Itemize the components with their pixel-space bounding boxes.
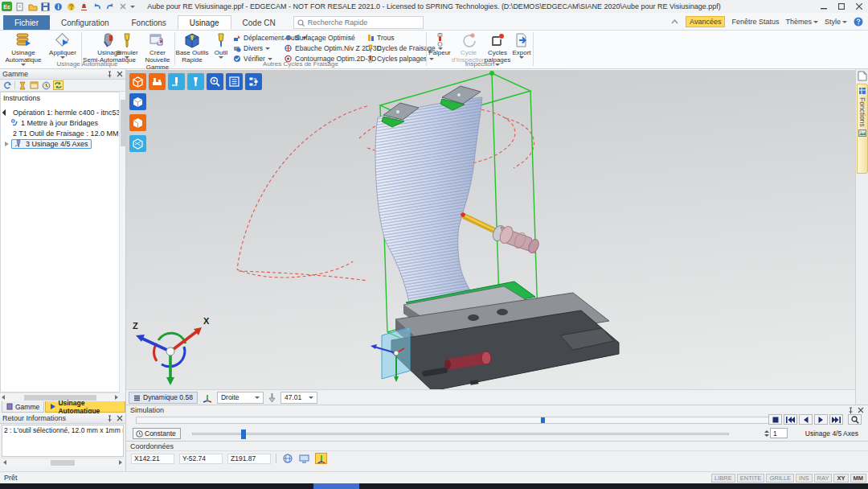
- tree-vertical-scrollbar[interactable]: [119, 92, 125, 392]
- flag-libre[interactable]: LIBRE: [711, 474, 735, 483]
- speed-slider-thumb[interactable]: [241, 429, 246, 439]
- close-panel-icon[interactable]: [117, 71, 123, 77]
- fenetre-status-toggle[interactable]: Fenêtre Status: [731, 18, 779, 26]
- help-icon[interactable]: [66, 2, 76, 11]
- coordinate-x-field[interactable]: X142.21: [131, 454, 174, 464]
- flag-mm[interactable]: MM: [850, 474, 867, 483]
- world-cs-icon[interactable]: [281, 453, 293, 464]
- flag-ray[interactable]: RAY: [814, 474, 833, 483]
- tab-code-cn[interactable]: Code CN: [231, 15, 287, 30]
- palpeur-button[interactable]: Palpeur: [427, 31, 452, 56]
- page-icon[interactable]: [858, 71, 867, 81]
- list-view-icon[interactable]: [226, 73, 243, 90]
- outil-button[interactable]: Outil: [210, 31, 232, 59]
- divers-item[interactable]: Divers: [233, 44, 270, 52]
- pin-icon[interactable]: [106, 415, 113, 422]
- counter-field[interactable]: 1: [770, 428, 788, 438]
- pin-icon[interactable]: [106, 71, 113, 78]
- base-outils-rapide-button[interactable]: Base Outils Rapide: [175, 31, 209, 64]
- quick-search-box[interactable]: [293, 16, 424, 29]
- redo-icon[interactable]: [104, 2, 115, 11]
- info-icon[interactable]: [53, 2, 63, 11]
- trous-item[interactable]: Trous: [366, 34, 394, 42]
- tab-fichier[interactable]: Fichier: [3, 15, 50, 30]
- sync-icon[interactable]: [53, 80, 63, 90]
- flag-entite[interactable]: ENTITE: [737, 474, 765, 483]
- simulation-progress-marker[interactable]: [541, 417, 545, 423]
- hourglass-icon[interactable]: [17, 80, 27, 90]
- surfacage-optimise-item[interactable]: Surfaçage Optimisé: [284, 34, 355, 42]
- search-input[interactable]: [308, 18, 412, 27]
- bottom-tab-usinage-automatique[interactable]: Usinage Automatique: [45, 401, 125, 413]
- shaded-view-icon[interactable]: [129, 93, 146, 110]
- tree-node-usinage-45-axes[interactable]: 3 Usinage 4/5 Axes: [1, 138, 119, 149]
- quick-access-more-icon[interactable]: [130, 6, 135, 8]
- tool-position-spinner[interactable]: 47.01: [280, 392, 317, 404]
- viewport-3d[interactable]: Z X Y Dynamique 0.58 Droite 47.01: [126, 69, 855, 405]
- scroll-left-icon[interactable]: [2, 395, 5, 400]
- close-panel-icon[interactable]: [117, 415, 123, 421]
- stock-view-icon[interactable]: [129, 114, 146, 131]
- themes-menu[interactable]: Thèmes: [785, 18, 818, 26]
- tree-node-operation[interactable]: Opération 1: hermle c400 - itnc530.mcp: …: [1, 107, 119, 117]
- export-button[interactable]: Export: [510, 31, 533, 59]
- speed-slider[interactable]: [192, 433, 729, 435]
- simuler-button[interactable]: Simuler: [113, 31, 141, 59]
- step-back-button[interactable]: [799, 414, 813, 425]
- close-panel-icon[interactable]: [858, 407, 864, 413]
- minimize-button[interactable]: [815, 1, 833, 12]
- go-to-end-button[interactable]: [829, 414, 843, 425]
- undo-icon[interactable]: [92, 2, 102, 11]
- sequence-nodes-icon[interactable]: [245, 73, 262, 90]
- bottom-tab-gamme[interactable]: Gamme: [2, 401, 44, 413]
- tab-configuration[interactable]: Configuration: [50, 15, 120, 30]
- tool-axis-icon[interactable]: [268, 392, 276, 403]
- spin-down-icon[interactable]: [764, 434, 769, 437]
- dynamique-toggle[interactable]: Dynamique 0.58: [129, 392, 198, 404]
- expander-closed-icon[interactable]: [5, 142, 9, 146]
- fonctions-dock-tab[interactable]: Fonctions: [857, 84, 868, 174]
- sequence-window-icon[interactable]: [29, 80, 39, 90]
- fixture-display-icon[interactable]: [149, 73, 166, 90]
- expander-open-icon[interactable]: [2, 109, 9, 115]
- flag-grille[interactable]: GRILLE: [766, 474, 794, 483]
- active-cs-icon[interactable]: [315, 453, 327, 464]
- clock-icon[interactable]: [41, 80, 51, 90]
- coordinate-y-field[interactable]: Y-52.74: [179, 454, 223, 464]
- view-orientation-select[interactable]: Droite: [217, 392, 264, 404]
- flag-ins[interactable]: INS: [796, 474, 813, 483]
- scroll-right-icon[interactable]: [119, 460, 122, 465]
- scroll-left-icon[interactable]: [3, 460, 6, 465]
- screen-cs-icon[interactable]: [298, 453, 310, 464]
- refresh-icon[interactable]: [2, 80, 13, 90]
- tool-display-icon[interactable]: [168, 73, 185, 90]
- coordinate-z-field[interactable]: Z191.87: [227, 454, 271, 464]
- pin-icon[interactable]: [847, 407, 854, 414]
- flag-xy[interactable]: XY: [833, 474, 848, 483]
- tab-fonctions[interactable]: Fonctions: [121, 15, 178, 30]
- collapse-ribbon-icon[interactable]: [670, 18, 679, 25]
- spin-up-icon[interactable]: [764, 430, 769, 433]
- play-button[interactable]: [814, 414, 828, 425]
- simulation-zoom-button[interactable]: [848, 414, 862, 425]
- stamp-icon[interactable]: [79, 2, 89, 11]
- style-menu[interactable]: Style: [825, 18, 847, 26]
- avancees-toggle[interactable]: Avancées: [686, 16, 725, 27]
- tree-node-outil-fraisage[interactable]: 2 T1 Outil de Fraisage : 12.0 MM DIA X .…: [1, 128, 119, 138]
- retour-horizontal-scrollbar[interactable]: [2, 458, 124, 466]
- stock-display-icon[interactable]: [129, 73, 146, 90]
- appliquer-button[interactable]: Appliquer: [45, 31, 80, 59]
- toolholder-display-icon[interactable]: [187, 73, 204, 90]
- zoom-window-icon[interactable]: [207, 73, 223, 90]
- maximize-button[interactable]: [833, 1, 850, 12]
- delete-icon[interactable]: [117, 2, 128, 11]
- save-icon[interactable]: [40, 2, 51, 11]
- constante-button[interactable]: Constante: [133, 428, 181, 439]
- tree-node-bridages[interactable]: 1 Mettre à jour Bridages: [1, 117, 119, 128]
- simulation-progress-bar[interactable]: [136, 417, 769, 424]
- go-to-start-button[interactable]: [784, 414, 797, 425]
- transparent-view-icon[interactable]: [129, 135, 146, 152]
- close-button[interactable]: [850, 1, 868, 12]
- axes-mini-icon[interactable]: [202, 392, 213, 403]
- tab-usinage[interactable]: Usinage: [178, 15, 231, 30]
